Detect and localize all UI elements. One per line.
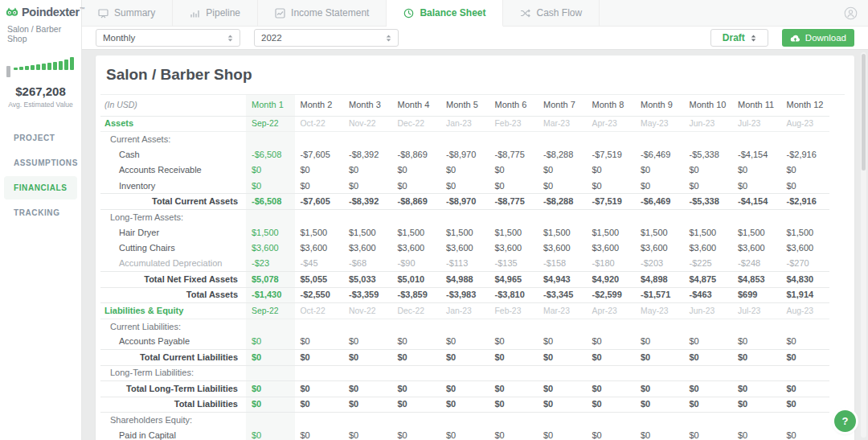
value-cell: $1,500 [392, 225, 441, 241]
column-header-month-1[interactable]: Month 1 [246, 95, 295, 116]
value-cell [489, 365, 538, 380]
value-cell: $0 [343, 397, 392, 412]
value-cell: $0 [732, 350, 781, 365]
column-header-month-10[interactable]: Month 10 [684, 95, 733, 116]
column-header-month-4[interactable]: Month 4 [392, 95, 441, 116]
value-cell: $0 [635, 334, 684, 349]
value-cell [343, 131, 392, 146]
value-cell: $0 [440, 162, 489, 178]
help-fab-button[interactable]: ? [834, 410, 856, 432]
value-cell: -$113 [440, 257, 489, 272]
period-select[interactable]: Monthly [96, 29, 240, 47]
table-row-assets: AssetsSep-22Oct-22Nov-22Dec-22Jan-23Feb-… [100, 116, 829, 131]
value-cell: $0 [538, 334, 587, 349]
value-cell [489, 319, 538, 334]
value-cell: -$4,154 [732, 194, 781, 209]
value-cell: $0 [635, 381, 684, 397]
column-header-month-8[interactable]: Month 8 [587, 95, 636, 116]
value-cell: -$8,869 [392, 147, 441, 162]
value-cell: $0 [732, 334, 781, 349]
tab-income-statement[interactable]: Income Statement [258, 0, 387, 26]
tab-cash-flow[interactable]: Cash Flow [503, 0, 600, 26]
value-cell: -$3,983 [440, 287, 489, 302]
value-cell [392, 412, 441, 427]
tab-balance-sheet[interactable]: Balance Sheet [387, 0, 503, 27]
value-cell: $0 [343, 381, 392, 397]
date-cell: Jan-23 [440, 116, 489, 131]
column-header-month-9[interactable]: Month 9 [635, 95, 684, 116]
column-header-month-12[interactable]: Month 12 [781, 95, 830, 116]
accumulated-depreciation-label: Accumulated Depreciation [100, 257, 246, 272]
value-cell [684, 412, 733, 427]
table-row-accounts-receivable: Accounts Receivable$0$0$0$0$0$0$0$0$0$0$… [100, 162, 829, 178]
value-cell: $1,500 [684, 225, 733, 241]
value-cell: -$463 [684, 287, 733, 302]
value-cell: $3,600 [781, 241, 830, 256]
value-cell: -$68 [343, 257, 392, 272]
value-cell: $3,600 [343, 241, 392, 256]
table-row-paid-in-capital: Paid in Capital$0$0$0$0$0$0$0$0$0$0$0$0 [100, 428, 829, 440]
nav-right [844, 0, 868, 26]
table-row-inventory: Inventory$0$0$0$0$0$0$0$0$0$0$0$0 [100, 179, 829, 194]
sidebar-item-tracking[interactable]: TRACKING [4, 201, 77, 224]
value-cell: $0 [295, 428, 344, 440]
clock-icon [403, 8, 414, 19]
value-cell: -$7,519 [587, 194, 636, 209]
value-cell: $0 [732, 428, 781, 440]
value-cell: $0 [440, 381, 489, 397]
table-row-total-assets: Total Assets-$1,430-$2,550-$3,359-$3,859… [100, 287, 829, 302]
value-cell [440, 209, 489, 224]
value-cell: $1,500 [781, 225, 830, 241]
column-header-month-5[interactable]: Month 5 [440, 95, 489, 116]
column-header-month-7[interactable]: Month 7 [538, 95, 587, 116]
value-cell: $0 [538, 162, 587, 178]
date-cell: May-23 [635, 116, 684, 131]
scrollbar-thumb[interactable] [862, 54, 866, 171]
column-header-month-3[interactable]: Month 3 [343, 95, 392, 116]
column-header-month-2[interactable]: Month 2 [295, 95, 344, 116]
long-term-liabilities-label: Long-Term Liabilities: [100, 365, 246, 380]
value-cell [246, 209, 295, 224]
value-cell: $0 [538, 428, 587, 440]
value-cell [343, 412, 392, 427]
status-select[interactable]: Draft [710, 29, 768, 47]
sidebar-item-financials[interactable]: FINANCIALS [4, 176, 77, 199]
value-cell: $0 [781, 428, 830, 440]
tab-summary[interactable]: Summary [81, 0, 173, 26]
brand-logo[interactable]: Poindexter™ [0, 0, 81, 19]
date-cell: Jan-23 [440, 303, 489, 319]
chart-bar [64, 60, 68, 70]
download-button[interactable]: Download [782, 29, 854, 47]
value-cell: -$135 [489, 257, 538, 272]
date-cell: Aug-23 [781, 303, 830, 319]
value-cell: $3,600 [392, 241, 441, 256]
value-cell: -$6,508 [246, 147, 295, 162]
value-cell: $0 [489, 428, 538, 440]
value-cell: $699 [732, 287, 781, 302]
status-select-value: Draft [723, 32, 745, 43]
value-cell: $0 [587, 397, 636, 412]
year-select[interactable]: 2022 [254, 29, 399, 47]
value-cell: -$1,430 [246, 287, 295, 302]
chart-bar [31, 65, 35, 70]
tab-pipeline[interactable]: Pipeline [173, 0, 258, 26]
date-cell: Apr-23 [587, 303, 636, 319]
table-row-accounts-payable: Accounts Payable$0$0$0$0$0$0$0$0$0$0$0$0 [100, 334, 829, 349]
sidebar-item-assumptions[interactable]: ASSUMPTIONS [4, 151, 77, 175]
column-header-month-11[interactable]: Month 11 [732, 95, 781, 116]
value-cell [732, 365, 781, 380]
user-circle-icon[interactable] [844, 6, 858, 20]
value-cell: $1,500 [343, 225, 392, 241]
value-cell [392, 365, 441, 380]
value-cell [295, 209, 344, 224]
value-cell [635, 209, 684, 224]
column-header-month-6[interactable]: Month 6 [489, 95, 538, 116]
value-cell: -$8,970 [440, 147, 489, 162]
value-cell: $5,055 [295, 272, 344, 287]
value-cell: $3,600 [587, 241, 636, 256]
value-cell: $0 [440, 179, 489, 194]
value-cell [781, 131, 830, 146]
sidebar-item-project[interactable]: PROJECT [4, 126, 77, 150]
value-cell: $5,078 [246, 272, 295, 287]
value-cell: -$1,571 [635, 287, 684, 302]
